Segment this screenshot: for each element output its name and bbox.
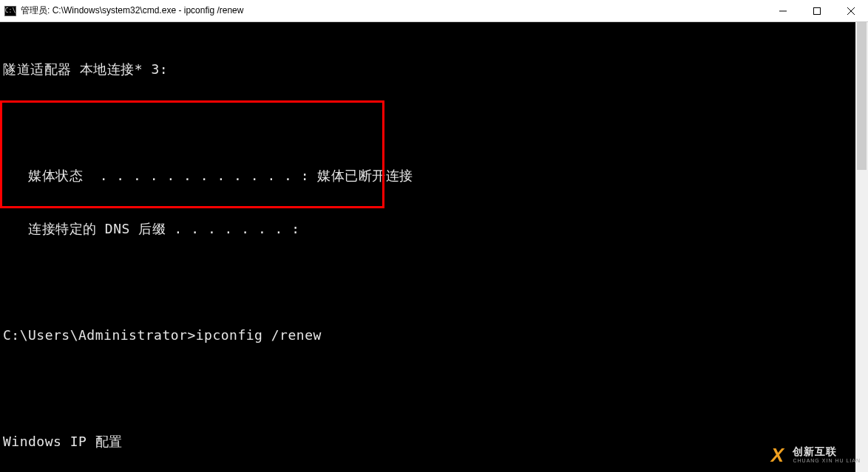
terminal-line: 连接特定的 DNS 后缀 . . . . . . . : [3, 220, 855, 238]
terminal-line: 媒体状态 . . . . . . . . . . . . : 媒体已断开连接 [3, 167, 855, 185]
terminal-line: Windows IP 配置 [3, 433, 855, 451]
terminal-line: 隧道适配器 本地连接* 3: [3, 61, 855, 78]
svg-rect-1 [814, 7, 821, 14]
vertical-scrollbar[interactable] [855, 22, 868, 472]
maximize-button[interactable] [800, 0, 834, 21]
watermark-text: 创新互联 CHUANG XIN HU LIAN [793, 446, 861, 463]
watermark-logo-icon: X [766, 444, 788, 466]
watermark-en: CHUANG XIN HU LIAN [793, 458, 861, 464]
titlebar-left: C:\ 管理员: C:\Windows\system32\cmd.exe - i… [0, 4, 243, 17]
scrollbar-thumb[interactable] [857, 22, 867, 170]
cmd-icon: C:\ [4, 6, 16, 16]
close-button[interactable] [834, 0, 868, 21]
watermark-cn: 创新互联 [793, 446, 861, 457]
titlebar-controls [766, 0, 868, 21]
terminal-line: C:\Users\Administrator>ipconfig /renew [3, 326, 855, 344]
window-titlebar: C:\ 管理员: C:\Windows\system32\cmd.exe - i… [0, 0, 868, 22]
minimize-button[interactable] [766, 0, 800, 21]
terminal-line [3, 273, 855, 291]
window-title: 管理员: C:\Windows\system32\cmd.exe - ipcon… [21, 4, 243, 17]
terminal-line [3, 114, 855, 131]
terminal-line [3, 380, 855, 397]
terminal-output[interactable]: 隧道适配器 本地连接* 3: 媒体状态 . . . . . . . . . . … [0, 22, 855, 472]
watermark: X 创新互联 CHUANG XIN HU LIAN [766, 444, 861, 466]
terminal-wrap: 隧道适配器 本地连接* 3: 媒体状态 . . . . . . . . . . … [0, 22, 868, 472]
